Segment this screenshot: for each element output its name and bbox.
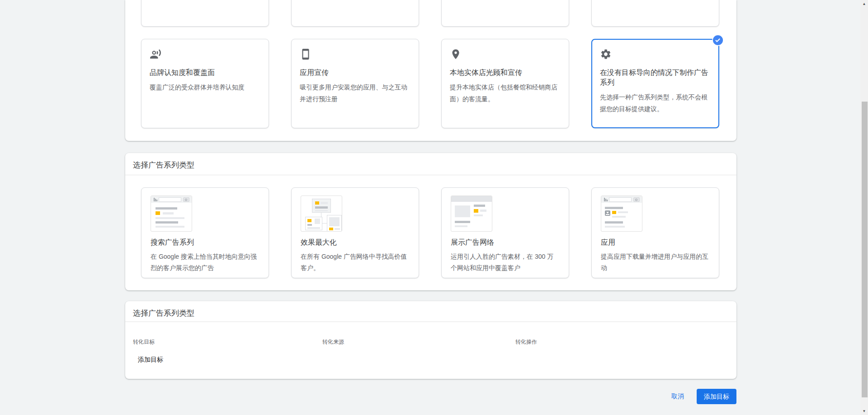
type-card-search[interactable]: 搜索广告系列 在 Google 搜索上恰当其时地向意向强烈的客户展示您的广告 — [141, 187, 269, 278]
goal-card-title: 应用宣传 — [300, 68, 410, 78]
goal-card-local-store[interactable]: 本地实体店光顾和宣传 提升本地实体店（包括餐馆和经销商店面）的客流量。 — [441, 39, 569, 128]
goal-card-description: 吸引更多用户安装您的应用、与之互动并进行预注册 — [300, 81, 410, 105]
goal-card-description: 覆盖广泛的受众群体并培养认知度 — [150, 81, 260, 93]
type-card-performance-max[interactable]: 效果最大化 在所有 Google 广告网络中寻找高价值客户。 — [291, 187, 419, 278]
section-title: 选择广告系列类型 — [125, 153, 736, 170]
divider — [125, 322, 736, 322]
search-campaign-thumbnail — [151, 196, 192, 232]
footer-actions: 取消 添加目标 — [671, 389, 736, 404]
type-card-description: 提高应用下载量并增进用户与应用的互动 — [601, 251, 710, 274]
goal-card-title: 本地实体店光顾和宣传 — [450, 68, 561, 78]
scroll-up-icon[interactable]: ▲ — [860, 0, 868, 8]
goal-card-title: 在没有目标导向的情况下制作广告系列 — [600, 68, 711, 88]
type-card-description: 在所有 Google 广告网络中寻找高价值客户。 — [301, 251, 410, 274]
goal-card-description: 提升本地实体店（包括餐馆和经销商店面）的客流量。 — [450, 81, 561, 105]
type-card-description: 在 Google 搜索上恰当其时地向意向强烈的客户展示您的广告 — [151, 251, 259, 274]
type-card-app[interactable]: 应用 提高应用下载量并增进用户与应用的互动 — [591, 187, 719, 278]
record-voice-over-icon — [150, 48, 161, 60]
add-goal-button[interactable]: 添加目标 — [697, 389, 736, 404]
type-card-description: 运用引人入胜的广告素材，在 300 万个网站和应用中覆盖客户 — [451, 251, 560, 274]
campaign-type-panel: 选择广告系列类型 搜索广告系列 在 Google 搜索上恰当其时地向意向强烈的客… — [125, 153, 736, 290]
selected-check-icon — [712, 34, 724, 46]
type-card-title: 搜索广告系列 — [151, 238, 259, 247]
conversion-goal-column-label: 转化目标 — [133, 338, 155, 346]
type-card-display[interactable]: 展示广告网络 运用引人入胜的广告素材，在 300 万个网站和应用中覆盖客户 — [441, 187, 569, 278]
magnifier-icon — [633, 197, 640, 202]
conversion-action-column-label: 转化操作 — [515, 338, 537, 346]
goal-card-description: 先选择一种广告系列类型，系统不会根据您的目标提供建议。 — [600, 91, 711, 115]
vertical-scrollbar[interactable]: ▲ ▼ — [860, 0, 868, 415]
smartphone-icon — [300, 48, 311, 60]
conversion-source-column-label: 转化来源 — [322, 338, 344, 346]
add-goal-row[interactable]: 添加目标 — [138, 356, 163, 364]
download-icon — [605, 210, 610, 216]
location-pin-icon — [450, 48, 462, 60]
goal-card-title: 品牌认知度和覆盖面 — [150, 68, 260, 78]
goal-card-partial[interactable] — [291, 0, 419, 27]
goal-card-partial[interactable] — [141, 0, 269, 27]
goal-card-brand-awareness[interactable]: 品牌认知度和覆盖面 覆盖广泛的受众群体并培养认知度 — [141, 39, 269, 128]
display-network-thumbnail — [451, 196, 492, 232]
type-card-title: 展示广告网络 — [451, 238, 560, 247]
goal-card-partial[interactable] — [591, 0, 719, 27]
magnifier-icon — [183, 197, 189, 202]
performance-max-thumbnail — [301, 196, 342, 232]
type-card-title: 效果最大化 — [301, 238, 410, 247]
scroll-down-icon[interactable]: ▼ — [860, 407, 868, 415]
divider — [125, 175, 736, 175]
cancel-button[interactable]: 取消 — [671, 392, 684, 401]
gear-icon — [600, 48, 612, 60]
scrollbar-thumb[interactable] — [862, 102, 868, 397]
type-card-title: 应用 — [601, 238, 710, 247]
app-campaign-thumbnail — [601, 196, 642, 232]
goal-card-partial[interactable] — [441, 0, 569, 27]
goal-card-no-goal-guidance[interactable]: 在没有目标导向的情况下制作广告系列 先选择一种广告系列类型，系统不会根据您的目标… — [591, 39, 719, 128]
campaign-goal-panel: 品牌认知度和覆盖面 覆盖广泛的受众群体并培养认知度 应用宣传 吸引更多用户安装您… — [125, 0, 736, 141]
goal-card-app-promotion[interactable]: 应用宣传 吸引更多用户安装您的应用、与之互动并进行预注册 — [291, 39, 419, 128]
conversion-goal-panel: 选择广告系列类型 转化目标 转化来源 转化操作 添加目标 — [125, 301, 736, 379]
section-title: 选择广告系列类型 — [125, 301, 736, 318]
